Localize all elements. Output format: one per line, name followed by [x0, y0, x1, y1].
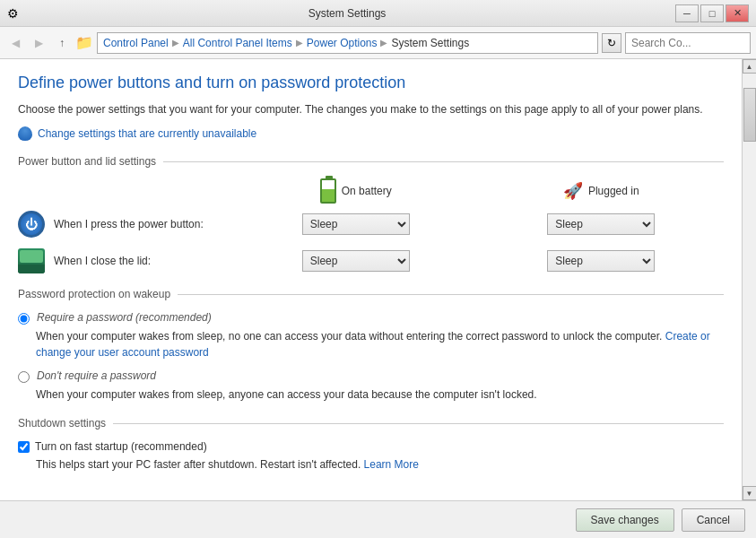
forward-button[interactable]: ▶	[29, 33, 48, 53]
require-password-label[interactable]: Require a password (recommended)	[37, 311, 212, 324]
folder-icon: 📁	[75, 34, 93, 51]
password-section-header: Password protection on wakeup	[18, 288, 724, 300]
no-password-desc: When your computer wakes from sleep, any…	[18, 386, 724, 403]
shutdown-section: Shutdown settings Turn on fast startup (…	[18, 417, 724, 473]
close-button[interactable]: ✕	[726, 4, 749, 22]
up-button[interactable]: ↑	[52, 33, 72, 53]
require-password-radio[interactable]	[18, 313, 30, 325]
minimize-button[interactable]: ─	[675, 4, 699, 22]
lid-battery-select[interactable]: Sleep Do nothing Hibernate Shut down Tur…	[302, 250, 410, 272]
scroll-down-arrow[interactable]: ▼	[743, 486, 757, 500]
lid-plugged-select[interactable]: Sleep Do nothing Hibernate Shut down Tur…	[547, 250, 655, 272]
page-title: Define power buttons and turn on passwor…	[18, 74, 724, 92]
lid-label-cell: When I close the lid:	[18, 248, 233, 273]
window-title: System Settings	[19, 7, 675, 20]
password-section-title: Password protection on wakeup	[18, 288, 170, 300]
main-container: Define power buttons and turn on passwor…	[0, 59, 756, 500]
password-section-divider	[178, 294, 724, 295]
fast-startup-row: Turn on fast startup (recommended)	[18, 440, 724, 453]
scrollbar-track[interactable]: ▲ ▼	[742, 59, 756, 500]
bottom-bar: Save changes Cancel	[0, 500, 756, 538]
shutdown-section-divider	[113, 423, 724, 424]
back-button[interactable]: ◀	[5, 33, 25, 53]
settings-link-row: Change settings that are currently unava…	[18, 126, 724, 141]
search-box[interactable]: 🔍	[625, 32, 751, 54]
learn-more-link[interactable]: Learn More	[364, 458, 419, 471]
power-button-section: Power button and lid settings On battery…	[18, 155, 724, 273]
plugged-column-header: 🚀 Plugged in	[479, 178, 725, 204]
breadcrumb-all-items[interactable]: All Control Panel Items	[183, 37, 292, 49]
breadcrumb-system-settings: System Settings	[391, 37, 469, 49]
shutdown-section-title: Shutdown settings	[18, 417, 106, 430]
shutdown-section-header: Shutdown settings	[18, 417, 724, 430]
maximize-button[interactable]: □	[700, 4, 724, 22]
separator-1: ▶	[172, 38, 179, 48]
page-description: Choose the power settings that you want …	[18, 101, 724, 117]
lid-label: When I close the lid:	[54, 255, 151, 267]
section-divider	[163, 161, 724, 162]
no-password-radio[interactable]	[18, 371, 30, 383]
power-button-row: ⏻ When I press the power button: Sleep D…	[18, 211, 724, 238]
battery-column-header: On battery	[233, 178, 479, 204]
title-bar-controls: ─ □ ✕	[675, 4, 749, 22]
require-password-desc: When your computer wakes from sleep, no …	[18, 328, 724, 360]
settings-header-row: On battery 🚀 Plugged in	[18, 178, 724, 204]
change-settings-link[interactable]: Change settings that are currently unava…	[38, 127, 256, 140]
window-icon: ⚙	[7, 6, 19, 21]
require-password-option: Require a password (recommended)	[18, 311, 724, 325]
scrollbar-thumb[interactable]	[743, 88, 756, 142]
no-password-option: Don't require a password	[18, 369, 724, 383]
search-input[interactable]	[631, 37, 756, 49]
fast-startup-label[interactable]: Turn on fast startup (recommended)	[35, 440, 207, 453]
fast-startup-desc: This helps start your PC faster after sh…	[18, 456, 724, 473]
battery-label: On battery	[342, 185, 392, 197]
password-section: Password protection on wakeup Require a …	[18, 288, 724, 403]
power-button-section-title: Power button and lid settings	[18, 155, 156, 168]
address-bar: ◀ ▶ ↑ 📁 Control Panel ▶ All Control Pane…	[0, 27, 756, 59]
fast-startup-checkbox[interactable]	[18, 441, 30, 453]
title-bar: ⚙ System Settings ─ □ ✕	[0, 0, 756, 27]
rocket-icon: 🚀	[563, 181, 583, 201]
power-button-label-cell: ⏻ When I press the power button:	[18, 211, 233, 238]
power-button-battery-select[interactable]: Sleep Do nothing Hibernate Shut down Tur…	[302, 213, 410, 235]
no-password-label[interactable]: Don't require a password	[37, 369, 156, 382]
plugged-label: Plugged in	[588, 185, 639, 197]
address-path: Control Panel ▶ All Control Panel Items …	[97, 32, 598, 54]
refresh-button[interactable]: ↻	[602, 33, 621, 53]
power-button-section-header: Power button and lid settings	[18, 155, 724, 168]
content-area: Define power buttons and turn on passwor…	[0, 59, 742, 500]
save-changes-button[interactable]: Save changes	[576, 508, 674, 532]
scroll-up-arrow[interactable]: ▲	[743, 59, 757, 74]
lid-icon	[18, 248, 45, 273]
require-password-desc-text: When your computer wakes from sleep, no …	[36, 330, 662, 343]
lid-row: When I close the lid: Sleep Do nothing H…	[18, 248, 724, 273]
breadcrumb-power-options[interactable]: Power Options	[307, 37, 378, 49]
breadcrumb-control-panel[interactable]: Control Panel	[103, 37, 169, 49]
shield-icon	[18, 126, 32, 141]
fast-startup-desc-text: This helps start your PC faster after sh…	[36, 458, 361, 471]
power-button-label: When I press the power button:	[54, 218, 204, 230]
battery-icon	[320, 178, 336, 204]
power-button-icon: ⏻	[18, 211, 45, 238]
cancel-button[interactable]: Cancel	[682, 508, 745, 532]
power-button-plugged-select[interactable]: Sleep Do nothing Hibernate Shut down Tur…	[547, 213, 655, 235]
separator-3: ▶	[380, 38, 387, 48]
power-settings-table: On battery 🚀 Plugged in ⏻ When I press t…	[18, 178, 724, 273]
separator-2: ▶	[296, 38, 303, 48]
